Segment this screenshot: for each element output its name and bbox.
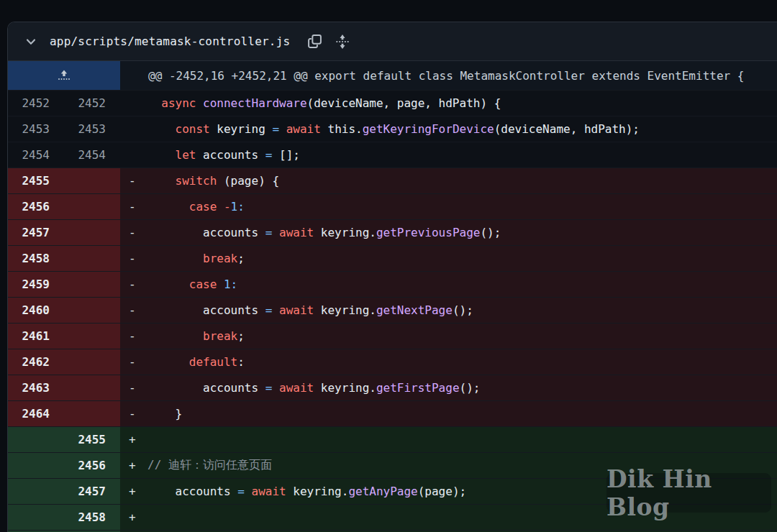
line-number-new[interactable]	[64, 220, 120, 245]
diff-marker: +	[129, 433, 147, 446]
diff-row-add: 2456+// 迪轩：访问任意页面	[8, 452, 777, 478]
line-number-new[interactable]: 2455	[64, 427, 120, 452]
diff-marker: +	[129, 510, 147, 524]
code-line: let accounts = [];	[120, 142, 777, 168]
diff-marker: -	[129, 303, 147, 317]
diff-marker: -	[129, 226, 147, 239]
code-line: async connectHardware(deviceName, page, …	[120, 91, 777, 116]
diff-row-del: 2459- case 1:	[8, 271, 777, 297]
copy-path-button[interactable]	[306, 32, 324, 50]
code-text: async connectHardware(deviceName, page, …	[147, 96, 501, 110]
diff-marker: -	[129, 252, 147, 265]
code-text: case 1:	[147, 278, 237, 291]
expand-all-hunks-button[interactable]	[334, 32, 351, 51]
chevron-down-icon	[24, 35, 38, 49]
line-number-new[interactable]	[64, 272, 120, 297]
diff-row-del: 2464- }	[8, 400, 777, 426]
line-number-old[interactable]: 2456	[8, 194, 64, 219]
diff-row-del: 2457- accounts = await keyring.getPrevio…	[8, 219, 777, 245]
code-line: +	[120, 427, 777, 452]
code-text: case -1:	[147, 200, 245, 214]
code-line: const keyring = await this.getKeyringFor…	[120, 116, 777, 142]
diff-row-add: 2455+	[8, 426, 777, 452]
code-line: +	[120, 505, 777, 530]
line-number-old[interactable]: 2461	[8, 324, 64, 349]
diff-row-context: 24532453 const keyring = await this.getK…	[8, 116, 777, 142]
diff-marker: -	[129, 355, 147, 369]
line-number-old[interactable]: 2453	[8, 116, 64, 142]
hunk-header-row: @@ -2452,16 +2452,21 @@ export default c…	[8, 61, 777, 90]
diff-row-del: 2463- accounts = await keyring.getFirstP…	[8, 375, 777, 400]
copy-icon	[307, 34, 322, 49]
diff-row-del: 2460- accounts = await keyring.getNextPa…	[8, 297, 777, 323]
hunk-header-text: @@ -2452,16 +2452,21 @@ export default c…	[120, 61, 777, 90]
collapse-file-button[interactable]	[22, 33, 40, 50]
diff-rows: 24522452 async connectHardware(deviceNam…	[8, 90, 777, 532]
code-text: break;	[147, 252, 245, 265]
code-line: +// 迪轩：访问任意页面	[120, 453, 777, 478]
code-line: - break;	[120, 246, 777, 271]
line-number-old[interactable]: 2463	[8, 375, 64, 400]
diff-row-del: 2455- switch (page) {	[8, 168, 777, 193]
line-number-old[interactable]	[8, 479, 64, 504]
line-number-new[interactable]	[64, 194, 120, 219]
line-number-new[interactable]	[64, 349, 120, 375]
diff-marker: -	[129, 407, 147, 421]
diff-marker: -	[129, 278, 147, 291]
code-line: - switch (page) {	[120, 168, 777, 193]
diff-panel: app/scripts/metamask-controller.js	[7, 22, 777, 532]
line-number-old[interactable]: 2454	[8, 142, 64, 168]
expand-up-button[interactable]	[8, 61, 120, 90]
line-number-new[interactable]: 2452	[64, 91, 120, 116]
code-line: - }	[120, 401, 777, 426]
line-number-old[interactable]: 2458	[8, 246, 64, 271]
code-line: - accounts = await keyring.getFirstPage(…	[120, 375, 777, 400]
diff-row-del: 2456- case -1:	[8, 193, 777, 219]
file-path[interactable]: app/scripts/metamask-controller.js	[50, 35, 290, 48]
line-number-new[interactable]	[64, 246, 120, 271]
line-number-old[interactable]: 2464	[8, 401, 64, 426]
code-text: accounts = await keyring.getPreviousPage…	[147, 226, 501, 239]
code-text: accounts = await keyring.getFirstPage();	[147, 381, 480, 395]
diff-marker: -	[129, 174, 147, 188]
diff-row-add: 2457+ accounts = await keyring.getAnyPag…	[8, 478, 777, 504]
line-number-new[interactable]: 2454	[64, 142, 120, 168]
diff-row-del: 2461- break;	[8, 323, 777, 349]
line-number-old[interactable]: 2462	[8, 349, 64, 375]
code-line: - case 1:	[120, 272, 777, 297]
line-number-old[interactable]: 2460	[8, 298, 64, 323]
line-number-new[interactable]	[64, 401, 120, 426]
code-text: default:	[147, 355, 245, 369]
diff-marker: +	[129, 485, 147, 498]
diff-row-del: 2462- default:	[8, 349, 777, 375]
line-number-old[interactable]: 2459	[8, 272, 64, 297]
line-number-new[interactable]	[64, 168, 120, 193]
line-number-old[interactable]: 2457	[8, 220, 64, 245]
code-text: accounts = await keyring.getAnyPage(page…	[147, 485, 466, 498]
code-text: accounts = await keyring.getNextPage();	[147, 303, 473, 317]
line-number-new[interactable]: 2457	[64, 479, 120, 504]
unfold-vertical-icon	[335, 34, 350, 50]
line-number-old[interactable]	[8, 427, 64, 452]
code-text: break;	[147, 329, 245, 343]
diff-row-context: 24542454 let accounts = [];	[8, 142, 777, 168]
line-number-old[interactable]: 2452	[8, 91, 64, 116]
line-number-old[interactable]	[8, 453, 64, 478]
code-line: - accounts = await keyring.getNextPage()…	[120, 298, 777, 323]
code-text: let accounts = [];	[147, 148, 300, 162]
line-number-old[interactable]	[8, 505, 64, 530]
line-number-new[interactable]	[64, 375, 120, 400]
diff-row-del: 2458- break;	[8, 245, 777, 271]
diff-marker: +	[129, 459, 147, 472]
file-header: app/scripts/metamask-controller.js	[8, 22, 777, 61]
line-number-old[interactable]: 2455	[8, 168, 64, 193]
line-number-new[interactable]: 2453	[64, 116, 120, 142]
line-number-new[interactable]	[64, 298, 120, 323]
diff-marker: -	[129, 329, 147, 343]
expand-up-icon	[56, 70, 72, 81]
code-text: switch (page) {	[147, 174, 279, 188]
code-text: const keyring = await this.getKeyringFor…	[147, 122, 640, 136]
line-number-new[interactable]: 2456	[64, 453, 120, 478]
line-number-new[interactable]	[64, 324, 120, 349]
line-number-new[interactable]: 2458	[64, 505, 120, 530]
